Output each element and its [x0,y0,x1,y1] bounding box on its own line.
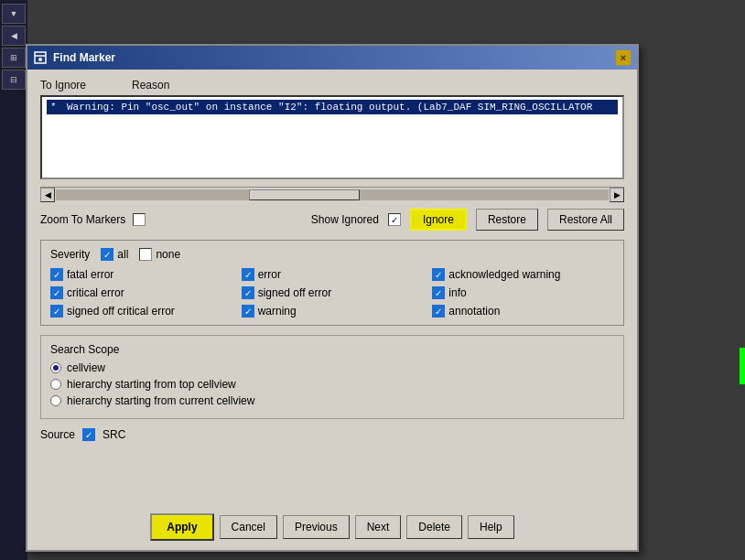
show-ignored-checkbox[interactable] [388,213,401,226]
severity-section: Severity all none fatal error [40,240,624,326]
ignore-button[interactable]: Ignore [410,209,467,231]
scroll-left-arrow[interactable]: ◀ [40,188,55,202]
source-src-label: SRC [103,428,125,441]
severity-item-error: error [242,268,424,281]
severity-item-signed-off-critical-error: signed off critical error [50,305,232,318]
scroll-right-arrow[interactable]: ▶ [610,188,624,202]
severity-item-acknowledged-warning: acknowledged warning [432,268,614,281]
source-checkbox[interactable] [82,428,95,441]
zoom-to-markers-label: Zoom To Markers [40,213,125,226]
acknowledged-warning-label: acknowledged warning [448,268,560,281]
horizontal-scrollbar[interactable]: ◀ ▶ [40,187,624,201]
row-text: Warning: Pin "osc_out" on instance "I2":… [67,102,592,113]
severity-grid: fatal error error acknowledged warning c… [50,268,614,318]
find-marker-dialog: Find Marker × To Ignore Reason * Warning… [26,44,639,552]
delete-button[interactable]: Delete [406,515,462,539]
zoom-row: Zoom To Markers Show Ignored Ignore Rest… [40,209,624,231]
critical-error-label: critical error [67,286,124,299]
previous-button[interactable]: Previous [283,515,350,539]
dialog-icon [33,50,48,65]
radio-item-hierarchy-current: hierarchy starting from current cellview [50,394,614,407]
error-checkbox[interactable] [242,268,254,281]
annotation-checkbox[interactable] [432,305,445,318]
severity-item-signed-off-error: signed off error [242,286,424,299]
bottom-buttons: Apply Cancel Previous Next Delete Help [27,513,637,541]
radio-hierarchy-current-label: hierarchy starting from current cellview [67,394,254,407]
info-label: info [448,286,466,299]
radio-cellview[interactable] [50,362,61,373]
dialog-titlebar: Find Marker × [27,46,637,70]
taskbar-btn-1[interactable]: ▼ [2,4,26,24]
green-indicator [740,348,745,384]
col-reason-header: Reason [132,79,169,92]
severity-item-fatal-error: fatal error [50,268,232,281]
radio-cellview-label: cellview [67,361,105,374]
scrollbar-track[interactable] [56,189,609,200]
cancel-button[interactable]: Cancel [220,515,277,539]
severity-item-annotation: annotation [432,305,614,318]
signed-off-critical-error-checkbox[interactable] [50,305,63,318]
signed-off-error-label: signed off error [258,286,332,299]
taskbar: ▼ ◀ ⊞ ⊟ [0,0,27,560]
severity-item-critical-error: critical error [50,286,232,299]
source-label: Source [40,428,75,441]
help-button[interactable]: Help [468,515,514,539]
acknowledged-warning-checkbox[interactable] [432,268,445,281]
taskbar-btn-4[interactable]: ⊟ [2,70,26,90]
search-scope-section: Search Scope cellview hierarchy starting… [40,335,624,419]
next-button[interactable]: Next [355,515,402,539]
search-scope-title: Search Scope [50,343,614,356]
restore-button[interactable]: Restore [476,209,538,231]
show-ignored-label: Show Ignored [311,213,379,226]
taskbar-btn-2[interactable]: ◀ [2,26,26,46]
fatal-error-label: fatal error [67,268,113,281]
radio-hierarchy-current[interactable] [50,395,61,406]
row-star: * [50,102,61,113]
annotation-label: annotation [448,305,500,318]
all-label: all [117,248,128,261]
zoom-to-markers-checkbox[interactable] [133,213,146,226]
svg-point-2 [38,58,42,61]
apply-button[interactable]: Apply [150,513,213,541]
warning-checkbox[interactable] [242,305,254,318]
signed-off-critical-error-label: signed off critical error [67,305,175,318]
none-checkbox-row: none [139,248,180,261]
signed-off-error-checkbox[interactable] [242,286,254,299]
radio-item-hierarchy-top: hierarchy starting from top cellview [50,378,614,391]
taskbar-btn-3[interactable]: ⊞ [2,48,26,68]
none-label: none [156,248,180,261]
show-ignored-row: Show Ignored Ignore Restore Restore All [311,209,624,231]
radio-item-cellview: cellview [50,361,614,374]
none-checkbox[interactable] [139,248,152,261]
info-checkbox[interactable] [432,286,445,299]
restore-all-button[interactable]: Restore All [547,209,624,231]
severity-label: Severity [50,248,90,261]
source-row: Source SRC [40,428,624,441]
marker-list[interactable]: * Warning: Pin "osc_out" on instance "I2… [40,95,624,179]
text-area-inner: * Warning: Pin "osc_out" on instance "I2… [42,97,622,178]
warning-label: warning [258,305,297,318]
fatal-error-checkbox[interactable] [50,268,63,281]
table-header: To Ignore Reason [40,79,624,92]
scrollbar-thumb[interactable] [249,189,360,200]
radio-hierarchy-top[interactable] [50,379,61,390]
radio-hierarchy-top-label: hierarchy starting from top cellview [67,378,236,391]
col-to-ignore-header: To Ignore [40,79,113,92]
severity-header: Severity all none [50,248,614,261]
dialog-title: Find Marker [53,51,115,64]
error-label: error [258,268,281,281]
table-row[interactable]: * Warning: Pin "osc_out" on instance "I2… [47,100,618,114]
close-button[interactable]: × [615,49,632,66]
severity-item-warning: warning [242,305,424,318]
all-checkbox[interactable] [101,248,113,261]
all-checkbox-row: all [101,248,128,261]
dialog-body: To Ignore Reason * Warning: Pin "osc_out… [27,70,637,459]
critical-error-checkbox[interactable] [50,286,63,299]
severity-item-info: info [432,286,614,299]
title-left: Find Marker [33,50,115,65]
